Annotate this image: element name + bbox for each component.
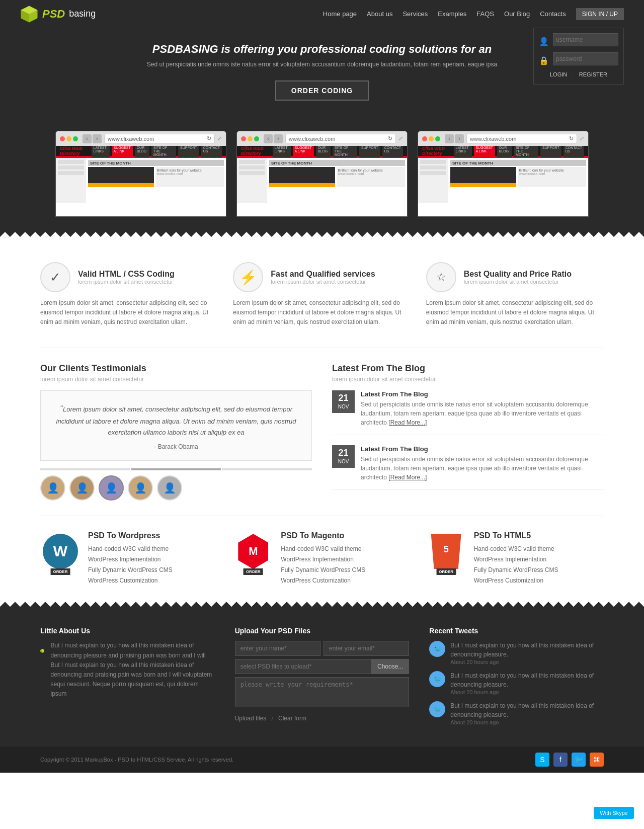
previews-section: ‹› www.clixaweb.com↻ ⤢ Clixa WEB Directo… (0, 121, 644, 232)
feature-title-1: Valid HTML / CSS Coding (78, 270, 175, 279)
service-feature: Fully Dynamic WordPress CMS (474, 565, 558, 574)
service-wordpress: W ORDER PSD To Wordpress Hand-coded W3C … (40, 531, 218, 587)
login-link[interactable]: LOGIN (550, 71, 567, 79)
signin-button[interactable]: SIGN IN / UP (576, 8, 624, 20)
blog-item-excerpt-1: Sed ut perspiciatis unde omnis iste natu… (361, 400, 604, 427)
feature-icon-2: ⚡ (233, 262, 263, 292)
avatar-3[interactable]: 👤 (99, 475, 124, 501)
nav-home[interactable]: Home page (323, 10, 357, 18)
fwd-btn-2[interactable]: › (274, 134, 283, 143)
login-dropdown: 👤 🔒 LOGIN / REGISTER (533, 28, 624, 85)
slider-bar-2[interactable] (131, 468, 221, 470)
service-feature: Fully Dynamic WordPress CMS (281, 565, 365, 574)
tweet-time-2: About 20 hours ago (450, 689, 604, 695)
expand-icon-2[interactable]: ⤢ (398, 135, 403, 142)
logo-text: PSD (42, 8, 65, 21)
twitter-icon-3: 🐦 (429, 701, 445, 717)
slider-bar-1[interactable] (40, 468, 130, 470)
browser-content-2: Clixa WEB DirectoryLATEST LINKSSUGGEST A… (237, 146, 407, 216)
order-tag-2: ORDER (244, 568, 263, 575)
read-more-2[interactable]: [Read More...] (388, 474, 427, 481)
zigzag-dark-divider (0, 602, 644, 612)
expand-icon[interactable]: ⤢ (217, 135, 222, 142)
rss-icon[interactable]: ⌘ (590, 753, 604, 767)
features-section: ✓ Valid HTML / CSS Coding lorem ipsum do… (0, 242, 644, 348)
back-btn-2[interactable]: ‹ (264, 134, 273, 143)
tweet-text-3: But I must explain to you how all this m… (450, 701, 604, 719)
back-btn-3[interactable]: ‹ (445, 134, 454, 143)
nav-faqs[interactable]: FAQS (476, 10, 494, 18)
upload-files-link[interactable]: Upload files (235, 715, 267, 722)
avatar-1[interactable]: 👤 (40, 475, 65, 501)
blog-date-1: 21 NOV (332, 390, 355, 413)
upload-email-input[interactable] (324, 641, 409, 656)
tweet-2: 🐦 But I must explain to you how all this… (429, 671, 604, 695)
facebook-icon[interactable]: f (553, 753, 568, 767)
header: PSDbasing Home page About us Services Ex… (0, 0, 644, 28)
testimonials-section: Our Clients Testimonials lorem ipsum dol… (40, 363, 312, 501)
upload-file-input[interactable] (235, 659, 371, 674)
footer: Little About Us But I must explain to yo… (0, 612, 644, 747)
twitter-social-icon[interactable]: 🐦 (572, 753, 586, 767)
address-bar-3: www.clixaweb.com↻ (466, 134, 577, 143)
avatar-5[interactable]: 👤 (157, 475, 182, 501)
order-coding-button[interactable]: ORDER CODING (275, 80, 369, 101)
clear-form-link[interactable]: Clear form (278, 715, 306, 722)
twitter-icon-2: 🐦 (429, 671, 445, 687)
service-feature: Fully Dynamic WordPress CMS (88, 565, 173, 574)
service-list-1: Hand-coded W3C valid theme WordPress Imp… (88, 544, 173, 585)
tweet-text-1: But I must explain to you how all this m… (450, 641, 604, 659)
upload-divider: / (271, 715, 273, 722)
nav-services[interactable]: Services (403, 10, 428, 18)
username-input[interactable] (553, 33, 618, 46)
tweet-3: 🐦 But I must explain to you how all this… (429, 701, 604, 725)
testimonial-slider[interactable] (40, 468, 312, 470)
zigzag-divider (0, 232, 644, 242)
nav-blog[interactable]: Our Blog (504, 10, 530, 18)
read-more-1[interactable]: [Read More...] (388, 419, 427, 426)
fwd-btn[interactable]: › (93, 134, 102, 143)
browser-bar-3: ‹› www.clixaweb.com↻ ⤢ (418, 131, 588, 146)
blog-item-excerpt-2: Sed ut perspiciatis unde omnis iste natu… (361, 455, 604, 482)
blog-section: Latest From The Blog lorem ipsum dolor s… (332, 363, 604, 501)
blog-subtitle: lorem ipsum dolor sit amet consectetur (332, 376, 604, 383)
browser-preview-1: ‹› www.clixaweb.com↻ ⤢ Clixa WEB Directo… (55, 131, 226, 217)
password-input[interactable] (553, 52, 618, 65)
service-feature: Hand-coded W3C valid theme (474, 544, 558, 553)
register-link[interactable]: REGISTER (579, 71, 607, 79)
blog-item-title-2: Latest From The Blog (361, 445, 604, 453)
footer-upload-title: Upload Your PSD Files (235, 627, 410, 635)
nav-contacts[interactable]: Contacts (540, 10, 566, 18)
address-bar-2: www.clixaweb.com↻ (285, 134, 396, 143)
feature-subtitle-2: lorem ipsum dolor sit amet consectetur (271, 279, 375, 285)
service-feature: WordPress Implementation (88, 555, 173, 564)
wordpress-icon: W ORDER (40, 531, 80, 571)
feature-icon-3: ☆ (426, 262, 456, 292)
nav-about[interactable]: About us (367, 10, 392, 18)
testimonial-quote: Lorem ipsum dolor sit amet, consectetur … (51, 401, 301, 439)
nav-examples[interactable]: Examples (438, 10, 466, 18)
html5-icon-wrapper: 5 ORDER (426, 531, 466, 571)
user-icon: 👤 (539, 37, 549, 46)
upload-name-input[interactable] (235, 641, 320, 656)
footer-tweets-title: Recent Tweets (429, 627, 604, 635)
service-name-1: PSD To Wordpress (88, 531, 173, 540)
service-list-3: Hand-coded W3C valid theme WordPress Imp… (474, 544, 558, 585)
fwd-btn-3[interactable]: › (455, 134, 464, 143)
skype-icon[interactable]: S (535, 753, 549, 767)
slider-bar-3[interactable] (222, 468, 312, 470)
choose-button[interactable]: Choose... (371, 659, 409, 674)
browser-content-3: Clixa WEB DirectoryLATEST LINKSSUGGEST A… (418, 146, 588, 216)
avatar-2[interactable]: 👤 (69, 475, 95, 501)
service-feature: WordPress Implementation (281, 555, 365, 564)
service-feature: Hand-coded W3C valid theme (88, 544, 173, 553)
requirements-textarea[interactable] (235, 677, 410, 707)
back-btn[interactable]: ‹ (83, 134, 92, 143)
service-feature: WordPress Customization (281, 576, 365, 585)
service-feature: WordPress Customization (474, 576, 558, 585)
expand-icon-3[interactable]: ⤢ (580, 135, 584, 142)
service-name-3: PSD To HTML5 (474, 531, 558, 540)
lock-icon: 🔒 (539, 56, 549, 65)
feature-title-3: Best Quality and Price Ratio (464, 270, 572, 279)
avatar-4[interactable]: 👤 (128, 475, 153, 501)
